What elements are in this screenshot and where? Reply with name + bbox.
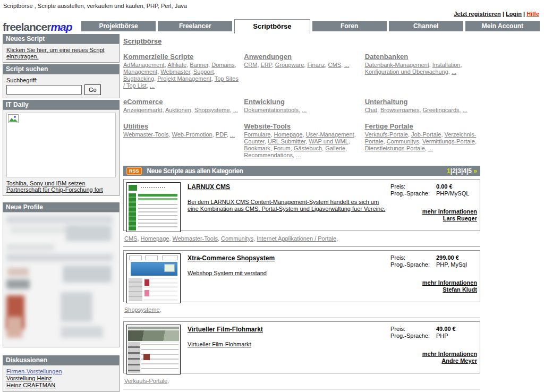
category-link[interactable]: Webmaster: [160, 69, 190, 75]
category-link[interactable]: Groupware: [275, 62, 304, 68]
page-3-link[interactable]: 3: [457, 167, 461, 175]
thread-link[interactable]: Vorstellung Heinz: [6, 375, 116, 382]
listing-description-link[interactable]: Webshop System mit verstand: [188, 270, 390, 277]
category-link[interactable]: Communitys: [221, 235, 253, 242]
category-title-link[interactable]: Anwendungen: [244, 53, 292, 61]
category-link[interactable]: Dienstleistungs-Portale: [365, 145, 425, 151]
search-go-button[interactable]: Go: [84, 84, 101, 95]
category-title-link[interactable]: Entwicklung: [244, 98, 285, 106]
more-information-link[interactable]: mehr Informationen: [422, 279, 477, 286]
category-link[interactable]: Gallerie: [325, 145, 345, 151]
tab-channel[interactable]: Channel: [389, 21, 463, 31]
category-link[interactable]: Anzeigenmarkt: [123, 107, 162, 113]
category-link[interactable]: Greetingcards: [423, 107, 460, 113]
category-link[interactable]: Internet Applikationen / Portale: [257, 235, 336, 242]
listing-thumbnail[interactable]: [126, 325, 181, 374]
category-link[interactable]: Domains: [211, 62, 234, 68]
category-title-link[interactable]: Datenbanken: [365, 53, 409, 61]
category-title-link[interactable]: Fertige Portale: [365, 122, 413, 130]
category-link[interactable]: ...: [344, 62, 349, 68]
listing-description-link[interactable]: Bei dem LARNUX CMS Content-Management-Sy…: [188, 199, 390, 212]
category-link[interactable]: WAP und WML: [309, 138, 348, 144]
category-link[interactable]: Dokumentationstools: [244, 107, 299, 113]
category-link[interactable]: Vermittlungs-Portale: [422, 138, 475, 144]
category-link[interactable]: Shopsysteme: [124, 306, 160, 313]
category-title-link[interactable]: Kommerzielle Scripte: [123, 53, 193, 61]
category-link[interactable]: Verkaufs-Portale: [124, 378, 167, 384]
category-link[interactable]: CMS: [124, 235, 137, 242]
category-link[interactable]: Formulare: [244, 131, 270, 138]
category-link[interactable]: CMS: [328, 62, 341, 68]
tab-scriptboerse[interactable]: Scriptbörse: [234, 19, 310, 33]
category-link[interactable]: Webmaster-Tools: [123, 131, 168, 138]
category-link[interactable]: Job-Portale: [411, 131, 441, 138]
category-link[interactable]: URL Submitter: [268, 138, 305, 144]
category-link[interactable]: ...: [428, 145, 433, 151]
listing-title-link[interactable]: Xtra-Commerce Shopsystem: [188, 254, 275, 262]
category-link[interactable]: Forum: [274, 145, 291, 151]
category-link[interactable]: ...: [463, 107, 468, 113]
category-link[interactable]: Communitys: [387, 138, 419, 144]
category-link[interactable]: User-Management: [306, 131, 354, 138]
category-link[interactable]: ...: [150, 82, 155, 89]
category-link[interactable]: ...: [233, 107, 238, 113]
category-link[interactable]: Installation: [432, 62, 461, 68]
category-link[interactable]: ...: [302, 107, 307, 113]
category-link[interactable]: Recommendations: [244, 152, 293, 158]
category-link[interactable]: Web-Promotion: [172, 131, 212, 138]
category-link[interactable]: Webmaster-Tools: [173, 235, 218, 242]
category-link[interactable]: ...: [230, 131, 235, 138]
author-link[interactable]: Andre Meyer: [441, 357, 477, 364]
author-link[interactable]: Lars Rueger: [443, 215, 477, 222]
category-title-link[interactable]: Utilities: [123, 122, 148, 130]
category-link[interactable]: CRM: [244, 62, 257, 68]
category-link[interactable]: Projekt Management: [157, 75, 211, 82]
category-link[interactable]: Finanz: [307, 62, 325, 68]
category-link[interactable]: Gästebuch: [294, 145, 322, 151]
more-information-link[interactable]: mehr Informationen: [422, 208, 477, 215]
login-link[interactable]: Login: [506, 11, 522, 17]
page-1-current[interactable]: 1: [447, 167, 450, 175]
listing-thumbnail[interactable]: [126, 182, 181, 232]
category-link[interactable]: Homepage: [141, 235, 169, 242]
category-link[interactable]: Browsergames: [380, 107, 419, 113]
it-daily-news-link[interactable]: Toshiba, Sony und IBM setzen Partnerscha…: [6, 180, 103, 193]
page-2-link[interactable]: 2: [452, 167, 456, 175]
category-link[interactable]: Verkaufs-Portale: [365, 131, 408, 138]
category-link[interactable]: Konfiguration und Überwachung: [365, 69, 448, 75]
category-link[interactable]: Datenbank-Management: [365, 62, 429, 68]
category-link[interactable]: Support: [193, 69, 214, 75]
rss-icon[interactable]: RSS: [126, 167, 142, 175]
category-link[interactable]: Management: [123, 69, 157, 75]
category-link[interactable]: ...: [452, 69, 456, 75]
category-title-link[interactable]: eCommerce: [123, 98, 163, 106]
category-link[interactable]: Banner: [190, 62, 208, 68]
forum-link[interactable]: Firmen-Vorstellungen: [6, 368, 116, 375]
category-link[interactable]: Bookmark: [244, 145, 270, 151]
more-information-link[interactable]: mehr Informationen: [422, 351, 477, 357]
category-link[interactable]: AdManagement: [123, 62, 165, 68]
help-link[interactable]: Hilfe: [526, 11, 539, 17]
thread-link-clipped[interactable]: Heinz CRAFTMAN: [6, 382, 116, 389]
neues-script-link[interactable]: Klicken Sie hier, um eine neues Script e…: [6, 47, 105, 59]
listing-description-link[interactable]: Virtueller Film-Flohmarkt: [188, 341, 390, 348]
listing-title-link[interactable]: LARNUX CMS: [188, 183, 230, 191]
category-link[interactable]: ERP: [261, 62, 272, 68]
category-link[interactable]: Counter: [244, 138, 265, 144]
listing-title-link[interactable]: Virtueller Film-Flohmarkt: [188, 326, 263, 333]
page-4-link[interactable]: 4: [463, 167, 466, 175]
register-link[interactable]: Jetzt registrieren: [454, 11, 501, 17]
page-5-link[interactable]: 5: [468, 167, 472, 175]
category-link[interactable]: Shopsysteme: [194, 107, 230, 113]
category-link[interactable]: Chat: [365, 107, 377, 113]
tab-projektboerse[interactable]: Projektbörse: [81, 21, 156, 31]
search-input[interactable]: [6, 85, 82, 95]
next-page-link[interactable]: »: [473, 167, 477, 175]
category-title-link[interactable]: Website-Tools: [244, 122, 291, 130]
category-link[interactable]: Affiliate: [167, 62, 186, 68]
category-title-link[interactable]: Unterhaltung: [365, 98, 408, 106]
category-link[interactable]: PDF: [216, 131, 227, 138]
tab-foren[interactable]: Foren: [312, 21, 387, 31]
category-link[interactable]: ...: [296, 152, 301, 158]
category-link[interactable]: Homepage: [274, 131, 303, 138]
